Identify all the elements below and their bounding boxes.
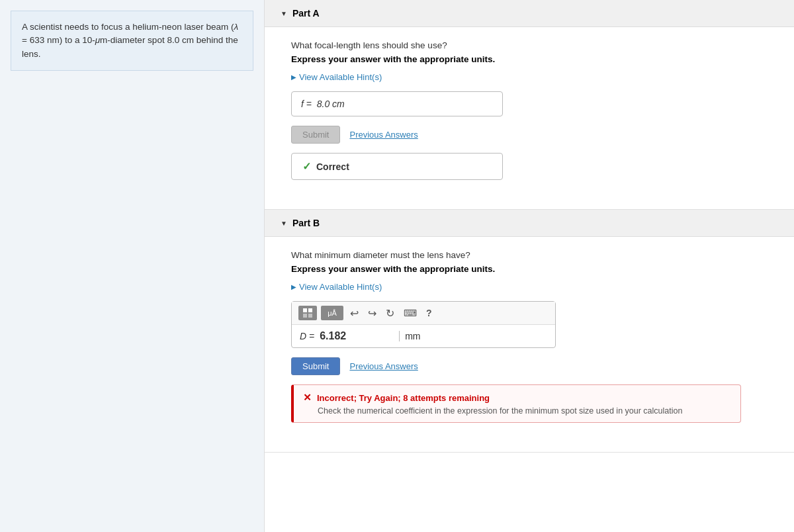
eq-label: D = — [300, 331, 314, 341]
part-b-collapse-arrow: ▼ — [281, 220, 287, 227]
eq-input-row: D = — [292, 325, 555, 347]
part-a-title: Part A — [292, 8, 320, 19]
keyboard-icon[interactable]: ⌨ — [401, 308, 419, 318]
part-a-submit-button[interactable]: Submit — [291, 126, 340, 144]
part-a-answer-field: f = 8.0 cm — [301, 99, 345, 109]
part-a-prev-answers-link[interactable]: Previous Answers — [349, 130, 418, 140]
main-content: ▼ Part A What focal-length lens should s… — [265, 0, 794, 532]
hint-arrow-icon: ▶ — [291, 73, 296, 81]
part-a-question: What focal-length lens should she use? — [291, 40, 768, 50]
part-a-header[interactable]: ▼ Part A — [265, 0, 794, 27]
checkmark-icon: ✓ — [302, 160, 311, 173]
part-a-body: What focal-length lens should she use? E… — [265, 27, 794, 196]
part-a-hint-label: View Available Hint(s) — [299, 72, 382, 82]
incorrect-header: ✕ Incorrect; Try Again; 8 attempts remai… — [303, 392, 731, 404]
incorrect-header-text: Incorrect; Try Again; 8 attempts remaini… — [317, 393, 490, 403]
x-icon: ✕ — [303, 392, 312, 404]
problem-statement: A scientist needs to focus a helium-neon… — [11, 11, 253, 71]
incorrect-detail: Check the numerical coefficient in the e… — [303, 406, 731, 416]
svg-rect-3 — [308, 314, 312, 318]
equation-editor: μÅ ↩ ↪ ↻ ⌨ ? D = — [291, 301, 556, 348]
part-b-header[interactable]: ▼ Part B — [265, 210, 794, 237]
refresh-icon[interactable]: ↻ — [383, 307, 397, 320]
part-b-hint-arrow-icon: ▶ — [291, 283, 296, 290]
part-b-submit-button[interactable]: Submit — [291, 357, 340, 375]
sidebar: A scientist needs to focus a helium-neon… — [0, 0, 265, 532]
help-icon[interactable]: ? — [423, 308, 435, 318]
part-a-section: ▼ Part A What focal-length lens should s… — [265, 0, 794, 210]
part-a-action-row: Submit Previous Answers — [291, 126, 768, 144]
svg-rect-1 — [308, 308, 312, 312]
part-b-action-row: Submit Previous Answers — [291, 357, 768, 375]
part-b-incorrect-box: ✕ Incorrect; Try Again; 8 attempts remai… — [291, 384, 741, 423]
matrix-icon[interactable] — [298, 306, 317, 320]
part-a-instruction: Express your answer with the appropriate… — [291, 54, 768, 64]
part-b-instruction: Express your answer with the appropriate… — [291, 264, 768, 274]
part-a-correct-box: ✓ Correct — [291, 153, 503, 180]
eq-value-input[interactable] — [320, 330, 399, 342]
part-b-hint-link[interactable]: ▶ View Available Hint(s) — [291, 282, 382, 292]
undo-icon[interactable]: ↩ — [347, 307, 361, 320]
problem-text: A scientist needs to focus a helium-neon… — [22, 22, 238, 59]
units-icon[interactable]: μÅ — [321, 306, 343, 320]
part-b-hint-label: View Available Hint(s) — [299, 282, 382, 292]
part-b-body: What minimum diameter must the lens have… — [265, 237, 794, 439]
part-a-correct-label: Correct — [316, 161, 349, 172]
part-a-collapse-arrow: ▼ — [281, 10, 287, 17]
part-b-section: ▼ Part B What minimum diameter must the … — [265, 210, 794, 453]
part-b-question: What minimum diameter must the lens have… — [291, 250, 768, 260]
eq-toolbar: μÅ ↩ ↪ ↻ ⌨ ? — [292, 302, 555, 325]
redo-icon[interactable]: ↪ — [365, 307, 379, 320]
svg-rect-0 — [303, 308, 307, 312]
part-a-answer-display: f = 8.0 cm — [291, 91, 503, 116]
part-a-hint-link[interactable]: ▶ View Available Hint(s) — [291, 72, 382, 82]
part-b-prev-answers-link[interactable]: Previous Answers — [349, 361, 418, 371]
svg-rect-2 — [303, 314, 307, 318]
eq-unit-input[interactable] — [399, 331, 452, 341]
part-b-title: Part B — [292, 218, 320, 228]
